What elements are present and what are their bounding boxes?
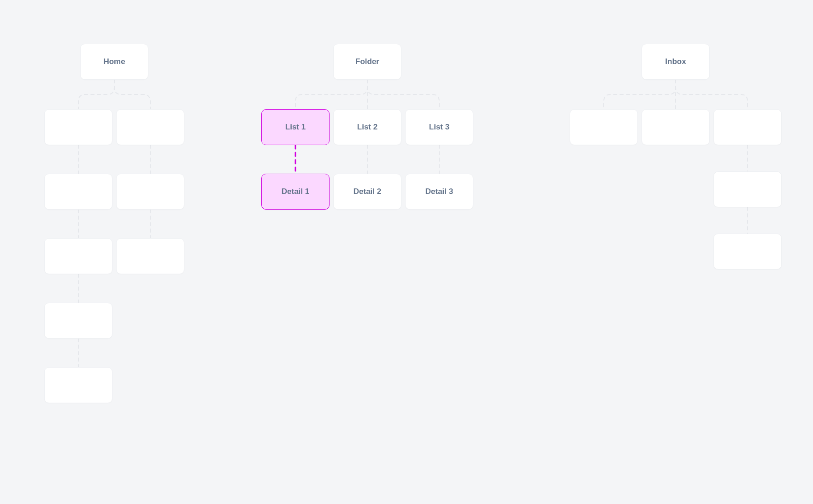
node-detail1: Detail 1 [261,174,330,210]
node-detail2: Detail 2 [333,174,401,210]
node-inbox-a3 [713,109,782,145]
node-home-b1 [44,174,112,210]
node-list1: List 1 [261,109,330,145]
node-home-b2 [116,174,184,210]
node-inbox-b [713,171,782,207]
node-detail3: Detail 3 [405,174,473,210]
node-home-d1 [44,303,112,339]
node-home-a2 [116,109,184,145]
node-home-a1 [44,109,112,145]
node-inbox: Inbox [642,44,710,80]
diagram-canvas: Home Folder List 1 List 2 List 3 Detail … [0,0,813,504]
node-list2: List 2 [333,109,401,145]
node-inbox-c [713,234,782,270]
node-inbox-a1 [570,109,638,145]
node-home-c1 [44,238,112,274]
node-home: Home [80,44,148,80]
node-inbox-a2 [642,109,710,145]
node-list3: List 3 [405,109,473,145]
node-folder: Folder [333,44,401,80]
node-home-c2 [116,238,184,274]
node-home-e1 [44,367,112,403]
